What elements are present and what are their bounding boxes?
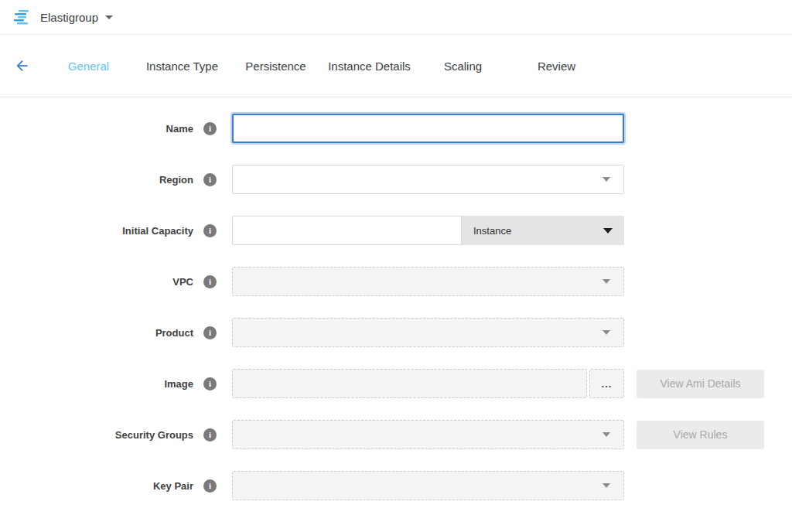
security-groups-select xyxy=(232,420,624,449)
tab-instance-details[interactable]: Instance Details xyxy=(323,60,416,73)
key-pair-label: Key Pair xyxy=(0,480,193,492)
chevron-down-icon xyxy=(603,177,610,182)
chevron-down-icon xyxy=(603,228,613,234)
image-input xyxy=(232,369,587,398)
key-pair-select xyxy=(232,471,624,500)
info-icon[interactable]: i xyxy=(203,377,217,390)
top-bar: Elastigroup xyxy=(0,0,792,35)
wizard-tab-bar: General Instance Type Persistence Instan… xyxy=(0,35,792,97)
wizard-tabs: General Instance Type Persistence Instan… xyxy=(42,60,603,73)
capacity-unit-value: Instance xyxy=(473,225,511,237)
product-switcher[interactable]: Elastigroup xyxy=(40,11,113,24)
tab-instance-type[interactable]: Instance Type xyxy=(135,60,229,73)
product-label: Product xyxy=(0,327,193,339)
form-row-image: Image i ... View Ami Details xyxy=(0,369,792,398)
form-row-initial-capacity: Initial Capacity i Instance xyxy=(0,216,792,245)
image-label: Image xyxy=(0,378,193,390)
form-row-security-groups: Security Groups i View Rules xyxy=(0,420,792,449)
chevron-down-icon xyxy=(603,330,610,335)
elastigroup-logo-icon xyxy=(12,8,32,26)
form-row-region: Region i xyxy=(0,165,792,194)
info-icon[interactable]: i xyxy=(203,479,217,493)
info-icon[interactable]: i xyxy=(203,122,217,135)
tab-review[interactable]: Review xyxy=(510,60,603,73)
browse-image-button[interactable]: ... xyxy=(589,369,624,398)
initial-capacity-label: Initial Capacity xyxy=(0,225,193,237)
arrow-left-icon xyxy=(14,58,30,74)
tab-general[interactable]: General xyxy=(42,60,135,73)
brand-label: Elastigroup xyxy=(40,11,98,24)
chevron-down-icon xyxy=(603,432,610,437)
general-form: Name i Region i Initial Capacity i Insta… xyxy=(0,97,792,500)
view-rules-button[interactable]: View Rules xyxy=(637,421,764,449)
view-ami-details-button[interactable]: View Ami Details xyxy=(637,370,764,398)
name-label: Name xyxy=(0,123,193,135)
info-icon[interactable]: i xyxy=(203,173,217,186)
info-icon[interactable]: i xyxy=(203,275,217,288)
tab-persistence[interactable]: Persistence xyxy=(229,60,323,73)
tab-scaling[interactable]: Scaling xyxy=(416,60,510,73)
back-button[interactable] xyxy=(14,58,30,74)
chevron-down-icon xyxy=(105,15,113,19)
region-label: Region xyxy=(0,174,193,186)
form-row-key-pair: Key Pair i xyxy=(0,471,792,500)
security-groups-label: Security Groups xyxy=(0,429,193,441)
vpc-label: VPC xyxy=(0,276,193,288)
region-select[interactable] xyxy=(232,165,624,194)
capacity-unit-select[interactable]: Instance xyxy=(462,216,624,245)
form-row-vpc: VPC i xyxy=(0,267,792,296)
chevron-down-icon xyxy=(603,483,610,488)
chevron-down-icon xyxy=(603,279,610,284)
vpc-select xyxy=(232,267,624,296)
product-select xyxy=(232,318,624,347)
info-icon[interactable]: i xyxy=(203,326,217,339)
info-icon[interactable]: i xyxy=(203,224,217,237)
form-row-product: Product i xyxy=(0,318,792,347)
info-icon[interactable]: i xyxy=(203,428,217,442)
form-row-name: Name i xyxy=(0,114,792,143)
initial-capacity-input[interactable] xyxy=(232,216,462,245)
name-input[interactable] xyxy=(232,114,624,143)
